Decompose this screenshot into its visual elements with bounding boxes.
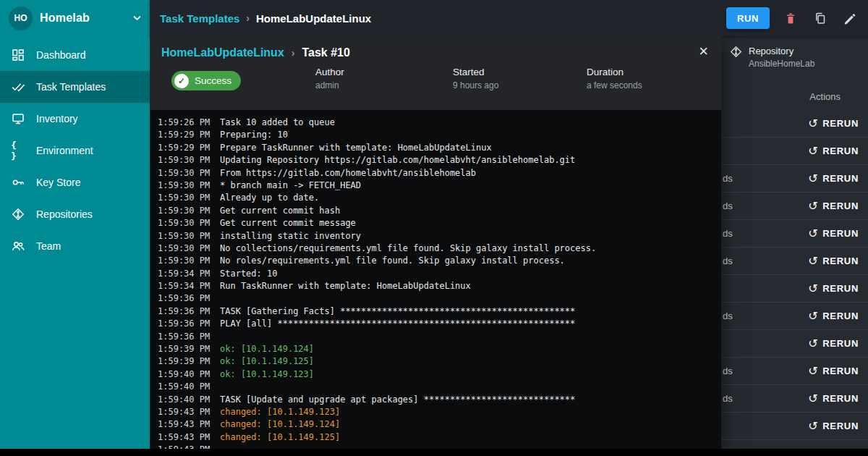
sidebar-item-label: Key Store xyxy=(36,177,80,188)
author-field: Author admin xyxy=(315,67,344,90)
log-message: installing static inventory xyxy=(220,230,361,242)
sidebar-item-environment[interactable]: { } Environment xyxy=(0,135,150,166)
log-line: 1:59:26 PM Task 10 added to queue xyxy=(150,117,721,129)
check-circle-icon: ✓ xyxy=(174,74,189,88)
delete-template-button[interactable] xyxy=(782,9,799,27)
log-message: No roles/requirements.yml file found. Sk… xyxy=(220,255,565,267)
rerun-label: RERUN xyxy=(822,393,859,404)
duration-field: Duration a few seconds xyxy=(587,67,642,90)
log-timestamp: 1:59:26 PM xyxy=(150,117,220,129)
log-line: 1:59:30 PM Get current commit hash xyxy=(150,205,721,217)
sidebar-item-inventory[interactable]: Inventory xyxy=(0,103,150,135)
log-line: 1:59:30 PM No collections/requirements.y… xyxy=(150,242,721,255)
app-window: HO Homelab Dashboard Task Templates xyxy=(0,0,868,449)
log-line: 1:59:43 PM changed: [10.1.149.123] xyxy=(150,406,721,418)
duration-text-fragment: ds xyxy=(723,200,733,211)
rerun-icon: ↺ xyxy=(808,311,818,322)
rerun-label: RERUN xyxy=(822,283,859,294)
log-timestamp: 1:59:40 PM xyxy=(150,368,220,381)
project-switcher[interactable]: HO Homelab xyxy=(0,0,150,36)
log-timestamp: 1:59:30 PM xyxy=(150,154,220,166)
rerun-button[interactable]: ↺ RERUN xyxy=(808,366,859,377)
log-message: From https://gitlab.com/homelabvht/ansib… xyxy=(220,167,476,180)
repository-name: AnsibleHomeLab xyxy=(749,59,814,69)
copy-template-button[interactable] xyxy=(812,9,829,27)
duration-value: a few seconds xyxy=(587,80,642,90)
log-line: 1:59:30 PM From https://gitlab.com/homel… xyxy=(150,167,721,180)
rerun-button[interactable]: ↺ RERUN xyxy=(808,145,859,157)
run-button[interactable]: RUN xyxy=(726,7,770,29)
log-timestamp: 1:59:30 PM xyxy=(150,205,220,217)
sidebar-item-repositories[interactable]: Repositories xyxy=(0,198,150,230)
log-line: 1:59:30 PM * branch main -> FETCH_HEAD xyxy=(150,180,721,192)
breadcrumb-task-templates-link[interactable]: Task Templates xyxy=(160,12,239,25)
rerun-icon: ↺ xyxy=(808,366,818,377)
rerun-button[interactable]: ↺ RERUN xyxy=(808,338,859,350)
log-line: 1:59:34 PM Started: 10 xyxy=(150,268,721,280)
sidebar-item-label: Team xyxy=(36,240,61,252)
rerun-label: RERUN xyxy=(822,421,859,431)
log-message: Task 10 added to queue xyxy=(220,117,335,129)
log-timestamp: 1:59:43 PM xyxy=(150,418,220,431)
rerun-button[interactable]: ↺ RERUN xyxy=(808,421,859,432)
breadcrumb-current: HomeLabUpdateLinux xyxy=(256,12,371,25)
log-message: ok: [10.1.149.125] xyxy=(220,355,314,368)
log-line: 1:59:40 PM TASK [Update and upgrade apt … xyxy=(150,394,721,406)
edit-template-button[interactable] xyxy=(841,10,858,27)
rerun-button[interactable]: ↺ RERUN xyxy=(808,228,859,240)
repository-icon xyxy=(730,46,742,69)
rerun-button[interactable]: ↺ RERUN xyxy=(808,118,859,130)
modal-template-link[interactable]: HomeLabUpdateLinux xyxy=(161,46,284,59)
log-timestamp: 1:59:40 PM xyxy=(150,381,220,393)
rerun-label: RERUN xyxy=(822,256,859,266)
author-value: admin xyxy=(315,80,344,90)
log-message: Already up to date. xyxy=(220,192,319,204)
rerun-button[interactable]: ↺ RERUN xyxy=(808,311,859,322)
close-button[interactable]: × xyxy=(699,43,708,59)
sidebar-item-task-templates[interactable]: Task Templates xyxy=(0,71,150,103)
log-line: 1:59:30 PM installing static inventory xyxy=(150,230,721,242)
log-message: Prepare TaskRunner with template: HomeLa… xyxy=(220,142,492,154)
status-label: Success xyxy=(195,75,231,86)
log-timestamp: 1:59:30 PM xyxy=(150,255,220,267)
log-message: Started: 10 xyxy=(220,268,277,280)
started-field: Started 9 hours ago xyxy=(453,67,498,90)
sidebar-item-dashboard[interactable]: Dashboard xyxy=(0,39,150,71)
rerun-label: RERUN xyxy=(822,145,859,156)
rerun-button[interactable]: ↺ RERUN xyxy=(808,256,859,267)
sidebar-item-label: Task Templates xyxy=(36,81,106,93)
rerun-label: RERUN xyxy=(822,338,859,349)
log-line: 1:59:30 PM Already up to date. xyxy=(150,192,721,204)
log-line: 1:59:43 PM changed: [10.1.149.125] xyxy=(150,431,721,444)
log-line: 1:59:30 PM Updating Repository https://g… xyxy=(150,154,721,166)
log-message: Preparing: 10 xyxy=(220,129,288,141)
rerun-button[interactable]: ↺ RERUN xyxy=(808,448,859,449)
rerun-button[interactable]: ↺ RERUN xyxy=(808,393,859,405)
log-message: PLAY [all] *****************************… xyxy=(220,318,575,330)
key-icon xyxy=(11,176,25,189)
sidebar-item-team[interactable]: Team xyxy=(0,230,150,262)
log-line: 1:59:36 PM xyxy=(150,292,721,305)
rerun-button[interactable]: ↺ RERUN xyxy=(808,173,859,185)
rerun-icon: ↺ xyxy=(808,448,818,449)
log-message: ok: [10.1.149.124] xyxy=(220,343,314,355)
log-message: Run TaskRunner with template: HomeLabUpd… xyxy=(220,280,471,292)
rerun-label: RERUN xyxy=(822,311,859,321)
team-icon xyxy=(11,240,25,253)
log-timestamp: 1:59:30 PM xyxy=(150,217,220,229)
task-log-output[interactable]: 1:59:26 PM Task 10 added to queue 1:59:2… xyxy=(150,110,721,449)
task-number: Task #10 xyxy=(302,46,349,59)
rerun-button[interactable]: ↺ RERUN xyxy=(808,283,859,295)
log-timestamp: 1:59:30 PM xyxy=(150,167,220,180)
log-message: TASK [Gathering Facts] *****************… xyxy=(220,305,575,318)
title-separator-icon: › xyxy=(292,47,295,59)
environment-icon: { } xyxy=(11,140,25,161)
main-area: Task Templates › HomeLabUpdateLinux RUN xyxy=(150,0,868,449)
log-message: Updating Repository https://gitlab.com/h… xyxy=(220,154,575,166)
task-detail-modal: HomeLabUpdateLinux › Task #10 × ✓ Succes… xyxy=(150,36,721,449)
rerun-icon: ↺ xyxy=(808,145,818,157)
log-line: 1:59:40 PM ok: [10.1.149.123] xyxy=(150,368,721,381)
sidebar-item-key-store[interactable]: Key Store xyxy=(0,166,150,198)
rerun-button[interactable]: ↺ RERUN xyxy=(808,200,859,212)
inventory-icon xyxy=(11,112,25,125)
